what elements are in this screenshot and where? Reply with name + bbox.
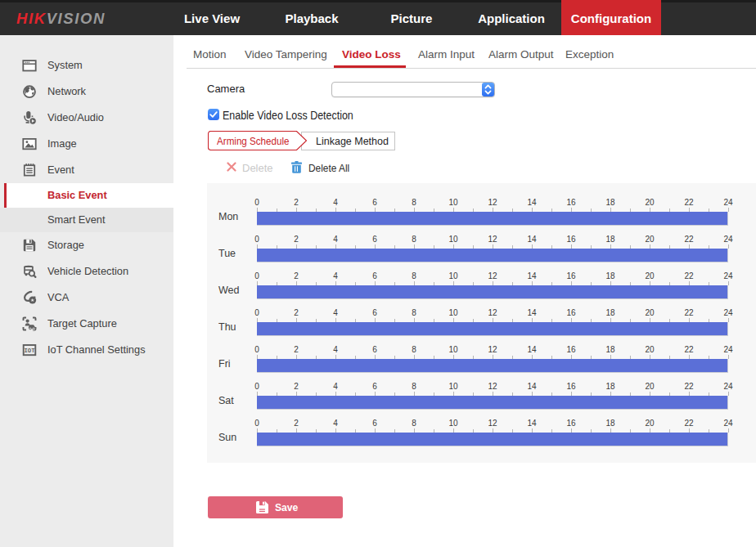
svg-text:IOT: IOT xyxy=(25,347,36,354)
